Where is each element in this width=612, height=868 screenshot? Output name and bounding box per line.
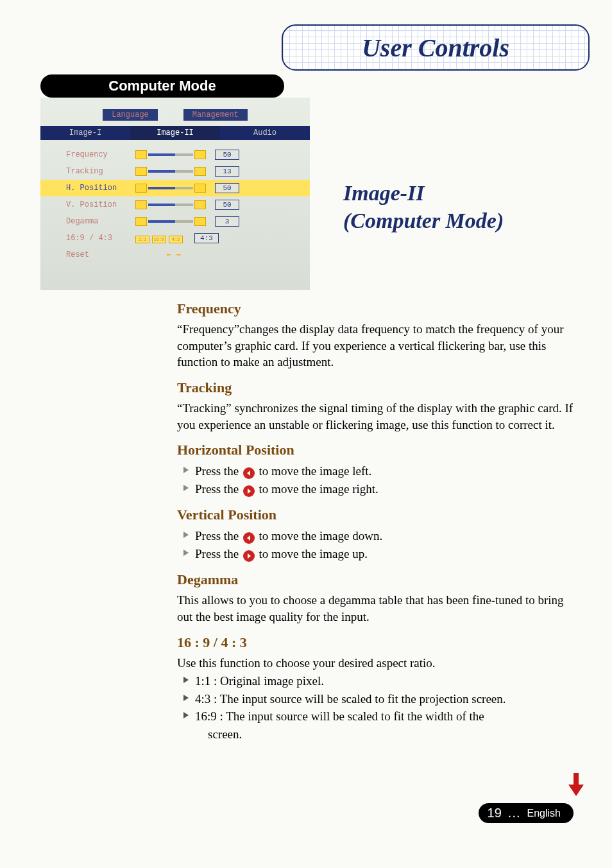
text: to move the image right. bbox=[256, 482, 378, 496]
text: Press the bbox=[195, 547, 242, 560]
heading-tracking: Tracking bbox=[177, 379, 575, 396]
osd-top-tabs: Language Management bbox=[40, 104, 310, 123]
left-arrow-icon bbox=[243, 532, 255, 544]
osd-row-reset: Reset ⬅ ➡ bbox=[66, 247, 297, 263]
mode-heading: Computer Mode bbox=[40, 74, 284, 98]
text: Press the bbox=[195, 482, 242, 496]
osd-slider bbox=[135, 167, 206, 176]
osd-label: Degamma bbox=[66, 217, 130, 226]
osd-value: 50 bbox=[215, 183, 239, 193]
osd-row-frequency: Frequency 50 bbox=[66, 146, 297, 163]
osd-value: 4:3 bbox=[194, 233, 219, 243]
osd-value: 13 bbox=[215, 166, 239, 177]
list-item-cont: screen. bbox=[177, 725, 575, 743]
heading-degamma: Degamma bbox=[177, 571, 575, 588]
list-item: Press the to move the image right. bbox=[177, 480, 575, 498]
para-tracking: “Tracking” synchronizes the signal timin… bbox=[177, 400, 575, 433]
page-title-banner: User Controls bbox=[282, 24, 590, 71]
osd-tab-image1: Image-I bbox=[40, 126, 130, 140]
osd-slider bbox=[135, 150, 206, 159]
osd-label: Frequency bbox=[66, 150, 130, 159]
osd-label: 16:9 / 4:3 bbox=[66, 234, 130, 243]
osd-value: 50 bbox=[215, 150, 239, 160]
text: to move the image up. bbox=[256, 547, 368, 560]
section-title: Image-II (Computer Mode) bbox=[343, 180, 504, 234]
osd-value: 50 bbox=[215, 200, 239, 210]
osd-tab-management: Management bbox=[183, 109, 248, 121]
para-aspect: Use this function to choose your desired… bbox=[177, 655, 575, 672]
svg-marker-3 bbox=[248, 553, 251, 559]
svg-marker-2 bbox=[247, 535, 250, 541]
osd-slider bbox=[135, 184, 206, 193]
osd-row-degamma: Degamma 3 bbox=[66, 213, 297, 230]
page-title: User Controls bbox=[362, 33, 509, 63]
list-item: 16:9 : The input source will be scaled t… bbox=[177, 707, 575, 725]
osd-label: Reset bbox=[66, 250, 130, 259]
osd-label: V. Position bbox=[66, 200, 130, 209]
osd-tab-language: Language bbox=[103, 109, 158, 121]
heading-frequency: Frequency bbox=[177, 300, 575, 317]
osd-reset-arrows-icon: ⬅ ➡ bbox=[135, 250, 181, 260]
text: to move the image left. bbox=[256, 464, 371, 478]
section-title-line2: (Computer Mode) bbox=[343, 207, 504, 235]
list-item: 1:1 : Original image pixel. bbox=[177, 672, 575, 690]
left-arrow-icon bbox=[243, 467, 255, 479]
osd-row-hposition-selected: H. Position 50 bbox=[40, 180, 310, 196]
osd-mid-tabs: Image-I Image-II Audio bbox=[40, 126, 310, 140]
list-item: 4:3 : The input source will be scaled to… bbox=[177, 690, 575, 708]
right-arrow-icon bbox=[243, 485, 255, 497]
footer-dots: ... bbox=[508, 806, 521, 820]
para-frequency: “Frequency”changes the display data freq… bbox=[177, 321, 575, 370]
text: Press the bbox=[195, 464, 242, 478]
list-item: Press the to move the image left. bbox=[177, 462, 575, 480]
page-footer: 19 ... English bbox=[479, 803, 574, 823]
body-column: Frequency “Frequency”changes the display… bbox=[177, 300, 575, 743]
heading-hpos: Horizontal Position bbox=[177, 442, 575, 458]
osd-aspect-icons: 1:116:94:3 bbox=[135, 234, 185, 243]
osd-screenshot: Language Management Image-I Image-II Aud… bbox=[40, 98, 310, 290]
text: Press the bbox=[195, 529, 242, 542]
osd-value: 3 bbox=[215, 216, 239, 227]
osd-label: H. Position bbox=[66, 184, 130, 193]
list-item: Press the to move the image down. bbox=[177, 527, 575, 545]
osd-tab-audio: Audio bbox=[220, 126, 310, 140]
list-item: Press the to move the image up. bbox=[177, 545, 575, 563]
mode-heading-text: Computer Mode bbox=[108, 78, 216, 94]
osd-slider bbox=[135, 217, 206, 226]
page-number: 19 bbox=[488, 806, 502, 820]
right-arrow-icon bbox=[243, 550, 255, 562]
para-degamma: This allows to you to choose a degamma t… bbox=[177, 592, 575, 625]
osd-tab-image2: Image-II bbox=[130, 126, 220, 140]
heading-vpos: Vertical Position bbox=[177, 507, 575, 523]
section-title-line1: Image-II bbox=[343, 180, 504, 207]
footer-language: English bbox=[527, 808, 561, 819]
osd-label: Tracking bbox=[66, 167, 130, 176]
heading-aspect: 16 : 9 / 4 : 3 bbox=[177, 634, 575, 651]
osd-row-tracking: Tracking 13 bbox=[66, 163, 297, 180]
osd-row-aspect: 16:9 / 4:3 1:116:94:3 4:3 bbox=[66, 230, 297, 247]
svg-marker-1 bbox=[248, 489, 251, 494]
text: to move the image down. bbox=[256, 529, 382, 542]
svg-marker-0 bbox=[247, 471, 250, 476]
osd-slider bbox=[135, 200, 206, 209]
down-arrow-icon bbox=[568, 785, 584, 796]
osd-row-vposition: V. Position 50 bbox=[66, 196, 297, 213]
